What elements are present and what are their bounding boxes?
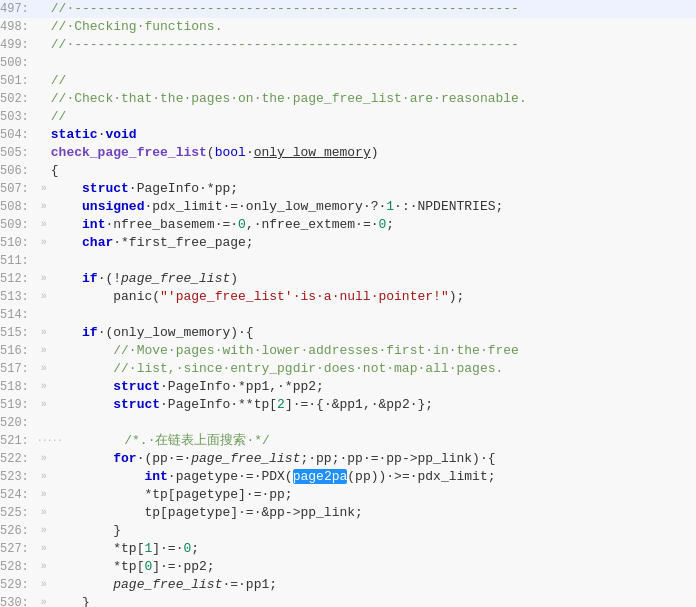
line-content-512: if·(!page_free_list) (51, 270, 692, 288)
line-content-499: //·-------------------------------------… (51, 36, 692, 54)
line-num-521: 521: (0, 432, 37, 450)
line-num-503: 503: (0, 108, 37, 126)
line-num-524: 524: (0, 486, 37, 504)
line-content-509: int·nfree_basemem·=·0,·nfree_extmem·=·0; (51, 216, 692, 234)
code-line-511: 511: (0, 252, 696, 270)
line-content-522: for·(pp·=·page_free_list;·pp;·pp·=·pp->p… (51, 450, 692, 468)
code-line-518: 518: » struct·PageInfo·*pp1,·*pp2; (0, 378, 696, 396)
line-num-523: 523: (0, 468, 37, 486)
marker-529: » (37, 576, 51, 594)
code-line-519: 519: » struct·PageInfo·**tp[2]·=·{·&pp1,… (0, 396, 696, 414)
marker-519: » (37, 396, 51, 414)
line-num-510: 510: (0, 234, 37, 252)
code-line-501: 501: // (0, 72, 696, 90)
marker-525: » (37, 504, 51, 522)
code-line-497: 497: //·--------------------------------… (0, 0, 696, 18)
marker-517: » (37, 360, 51, 378)
code-line-503: 503: // (0, 108, 696, 126)
marker-528: » (37, 558, 51, 576)
marker-508: » (37, 198, 51, 216)
line-content-523: int·pagetype·=·PDX(page2pa(pp))·>=·pdx_l… (51, 468, 692, 486)
line-num-519: 519: (0, 396, 37, 414)
line-num-501: 501: (0, 72, 37, 90)
code-line-509: 509: » int·nfree_basemem·=·0,·nfree_extm… (0, 216, 696, 234)
line-num-509: 509: (0, 216, 37, 234)
line-content-525: tp[pagetype]·=·&pp->pp_link; (51, 504, 692, 522)
code-line-500: 500: (0, 54, 696, 72)
line-content-506: { (51, 162, 692, 180)
code-line-530: 530: » } (0, 594, 696, 607)
marker-524: » (37, 486, 51, 504)
code-line-516: 516: » //·Move·pages·with·lower·addresse… (0, 342, 696, 360)
code-line-504: 504: static·void (0, 126, 696, 144)
line-content-503: // (51, 108, 692, 126)
code-line-498: 498: //·Checking·functions. (0, 18, 696, 36)
code-line-527: 527: » *tp[1]·=·0; (0, 540, 696, 558)
code-line-508: 508: » unsigned·pdx_limit·=·only_low_mem… (0, 198, 696, 216)
line-content-497: //·-------------------------------------… (51, 0, 692, 18)
code-line-499: 499: //·--------------------------------… (0, 36, 696, 54)
code-line-520: 520: (0, 414, 696, 432)
code-line-513: 513: » panic("'page_free_list'·is·a·null… (0, 288, 696, 306)
line-num-516: 516: (0, 342, 37, 360)
line-num-500: 500: (0, 54, 37, 72)
line-num-522: 522: (0, 450, 37, 468)
line-num-507: 507: (0, 180, 37, 198)
code-line-515: 515: » if·(only_low_memory)·{ (0, 324, 696, 342)
line-num-498: 498: (0, 18, 37, 36)
line-num-504: 504: (0, 126, 37, 144)
line-num-506: 506: (0, 162, 37, 180)
line-num-497: 497: (0, 0, 37, 18)
line-num-505: 505: (0, 144, 37, 162)
code-line-528: 528: » *tp[0]·=·pp2; (0, 558, 696, 576)
marker-522: » (37, 450, 51, 468)
code-line-529: 529: » page_free_list·=·pp1; (0, 576, 696, 594)
line-content-515: if·(only_low_memory)·{ (51, 324, 692, 342)
line-num-499: 499: (0, 36, 37, 54)
line-content-530: } (51, 594, 692, 607)
line-num-515: 515: (0, 324, 37, 342)
line-content-521: /*.·在链表上面搜索·*/ (62, 432, 692, 450)
line-num-527: 527: (0, 540, 37, 558)
line-content-510: char·*first_free_page; (51, 234, 692, 252)
line-content-505: check_page_free_list(bool·only_low_memor… (51, 144, 692, 162)
code-line-512: 512: » if·(!page_free_list) (0, 270, 696, 288)
code-line-502: 502: //·Check·that·the·pages·on·the·page… (0, 90, 696, 108)
line-content-517: //·list,·since·entry_pgdir·does·not·map·… (51, 360, 692, 378)
line-num-529: 529: (0, 576, 37, 594)
code-line-525: 525: » tp[pagetype]·=·&pp->pp_link; (0, 504, 696, 522)
line-num-511: 511: (0, 252, 37, 270)
code-line-514: 514: (0, 306, 696, 324)
marker-527: » (37, 540, 51, 558)
line-content-519: struct·PageInfo·**tp[2]·=·{·&pp1,·&pp2·}… (51, 396, 692, 414)
line-content-504: static·void (51, 126, 692, 144)
code-line-522: 522: » for·(pp·=·page_free_list;·pp;·pp·… (0, 450, 696, 468)
line-num-513: 513: (0, 288, 37, 306)
line-num-502: 502: (0, 90, 37, 108)
line-content-528: *tp[0]·=·pp2; (51, 558, 692, 576)
line-content-524: *tp[pagetype]·=·pp; (51, 486, 692, 504)
marker-515: » (37, 324, 51, 342)
line-num-530: 530: (0, 594, 37, 607)
line-num-512: 512: (0, 270, 37, 288)
marker-523: » (37, 468, 51, 486)
marker-530: » (37, 594, 51, 607)
code-line-521: 521: ····· /*.·在链表上面搜索·*/ (0, 432, 696, 450)
line-num-520: 520: (0, 414, 37, 432)
code-editor: 497: //·--------------------------------… (0, 0, 696, 607)
line-content-529: page_free_list·=·pp1; (51, 576, 692, 594)
marker-509: » (37, 216, 51, 234)
line-content-518: struct·PageInfo·*pp1,·*pp2; (51, 378, 692, 396)
code-line-524: 524: » *tp[pagetype]·=·pp; (0, 486, 696, 504)
line-num-518: 518: (0, 378, 37, 396)
code-line-517: 517: » //·list,·since·entry_pgdir·does·n… (0, 360, 696, 378)
code-line-526: 526: » } (0, 522, 696, 540)
line-content-516: //·Move·pages·with·lower·addresses·first… (51, 342, 692, 360)
marker-526: » (37, 522, 51, 540)
line-num-528: 528: (0, 558, 37, 576)
line-num-525: 525: (0, 504, 37, 522)
line-content-508: unsigned·pdx_limit·=·only_low_memory·?·1… (51, 198, 692, 216)
marker-521: ····· (37, 432, 62, 450)
line-content-501: // (51, 72, 692, 90)
marker-512: » (37, 270, 51, 288)
